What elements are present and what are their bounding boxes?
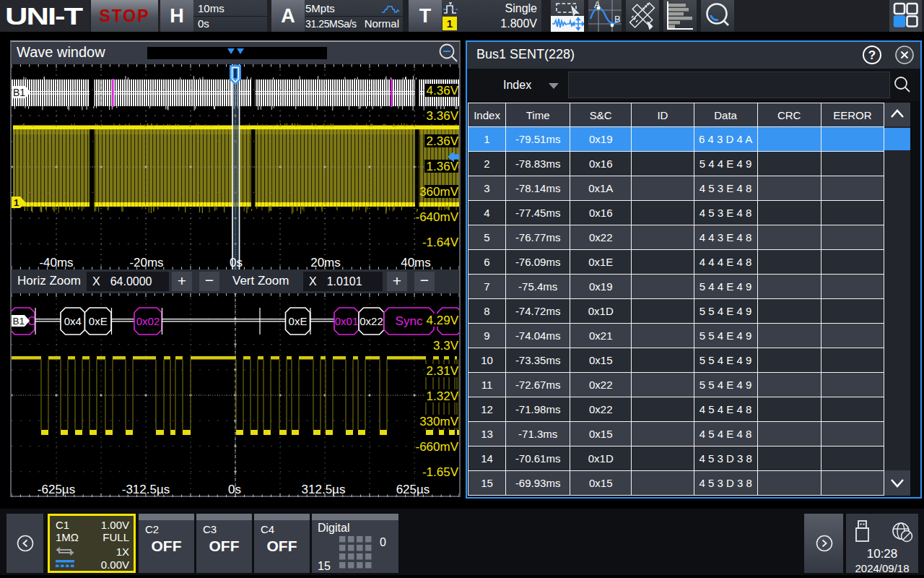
svg-text:0xE: 0xE [289,315,308,327]
svg-text:0x01: 0x01 [335,315,359,327]
svg-text:2.31V: 2.31V [427,364,459,378]
svg-text:312.5µs: 312.5µs [302,483,346,496]
svg-text:0xE: 0xE [89,315,108,327]
svg-text:20ms: 20ms [310,256,341,269]
svg-text:1.32V: 1.32V [427,389,459,403]
svg-text:?: ? [868,48,876,62]
svg-text:3.36V: 3.36V [427,109,459,123]
svg-text:0x22: 0x22 [359,315,383,327]
svg-text:1: 1 [14,197,19,208]
svg-text:B1: B1 [13,87,25,98]
svg-text:360mV: 360mV [419,185,459,199]
svg-text:-1.65V: -1.65V [422,465,459,479]
svg-text:-625µs: -625µs [38,483,75,496]
svg-text:625µs: 625µs [396,483,430,496]
svg-text:-1.64V: -1.64V [422,236,459,249]
svg-text:4.36V: 4.36V [427,84,459,98]
svg-text:-312.5µs: -312.5µs [122,483,170,496]
svg-text:Sync: Sync [396,314,423,328]
svg-text:-20ms: -20ms [129,256,163,269]
svg-text:-640mV: -640mV [415,210,458,224]
svg-text:4.29V: 4.29V [427,314,459,327]
svg-text:B: B [614,14,621,25]
svg-text:0s: 0s [230,256,243,269]
svg-text:0x02: 0x02 [136,315,160,327]
svg-text:3.3V: 3.3V [433,339,459,353]
svg-text:2.36V: 2.36V [427,134,459,148]
svg-text:330mV: 330mV [419,415,459,428]
svg-text:A: A [594,0,601,10]
svg-text:-660mV: -660mV [415,440,458,454]
svg-text:40ms: 40ms [401,256,431,269]
svg-text:-40ms: -40ms [39,256,73,269]
svg-text:B1: B1 [13,316,25,327]
svg-text:0x4: 0x4 [64,315,82,327]
svg-text:0s: 0s [228,483,241,496]
